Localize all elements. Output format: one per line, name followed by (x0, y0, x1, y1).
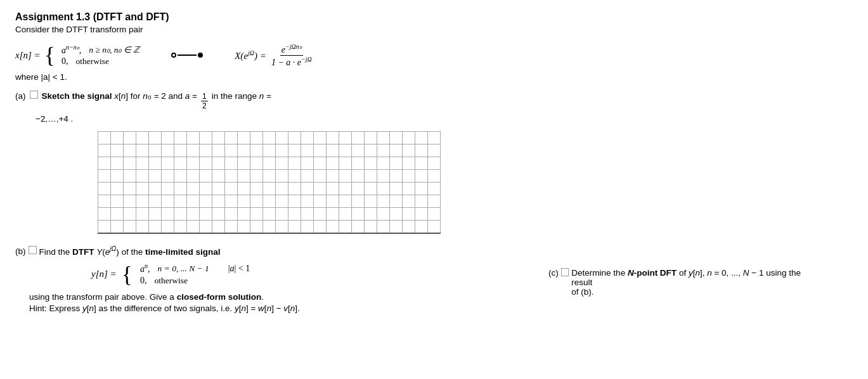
fraction-numerator: e−jΩn₀ (280, 43, 303, 56)
hint-line: Hint: Express y[n] as the difference of … (29, 304, 853, 313)
dtft-formula: X(ejΩ) = e−jΩn₀ 1 − a · e−jΩ (235, 43, 313, 67)
transform-arrow (171, 53, 203, 58)
dtft-fraction: e−jΩn₀ 1 − a · e−jΩ (270, 43, 313, 67)
case2-value: 0, (62, 56, 68, 67)
part-c-inner: (c) Determine the N-point DFT of y[n], n… (548, 268, 815, 297)
case2-condition: otherwise (76, 56, 109, 67)
X-label: X(ejΩ) = (235, 49, 266, 61)
part-c-checkbox (561, 268, 569, 276)
case-b-row-1: an, n = 0, ... N − 1 |a| < 1 (140, 262, 250, 274)
cases-block: an−n₀, n ≥ n₀, n₀ ∈ ℤ 0, otherwise (62, 44, 139, 67)
part-c-label: (c) (548, 268, 559, 278)
yn-label: y[n] = (91, 269, 117, 279)
piecewise-signal: x[n] = { an−n₀, n ≥ n₀, n₀ ∈ ℤ 0, otherw… (15, 44, 139, 67)
case-row-2: 0, otherwise (62, 56, 139, 67)
case-b2-condition: otherwise (155, 276, 188, 286)
part-a-checkbox (30, 91, 38, 99)
case-b2-value: 0, (140, 276, 147, 286)
cases-b-block: an, n = 0, ... N − 1 |a| < 1 0, otherwis… (140, 262, 250, 286)
fraction-denominator: 1 − a · e−jΩ (270, 56, 313, 68)
case1-condition: n ≥ n₀, n₀ ∈ ℤ (89, 44, 139, 55)
part-a-instruction: (a) Sketch the signal x[n] for n₀ = 2 an… (15, 91, 853, 110)
arrow-line (178, 55, 197, 56)
sketch-grid-container (98, 131, 853, 234)
signal-label: x[n] = (15, 50, 41, 61)
part-b-checkbox (29, 246, 37, 254)
part-a-sketch-label: Sketch the signal x[n] for n₀ = 2 and a … (42, 91, 197, 101)
filled-circle-icon (198, 53, 203, 58)
part-b-text: Find the DTFT Y(ejΩ) of the time-limited… (39, 245, 221, 257)
a-fraction: 1 2 (201, 92, 208, 110)
part-a-range-label: in the range n = (212, 91, 271, 101)
case-b-row-2: 0, otherwise (140, 276, 250, 286)
subtitle: Consider the DTFT transform pair (15, 25, 853, 34)
left-brace-b: { (122, 263, 133, 286)
case-b1-condition: n = 0, ... N − 1 (158, 264, 209, 274)
where-condition: where |a| < 1. (15, 72, 853, 82)
part-a-label: (a) (15, 91, 26, 101)
case1-value: an−n₀, (62, 44, 81, 56)
part-b-label: (b) (15, 247, 26, 256)
case-b1-value: an, (140, 262, 150, 274)
part-c-block: (c) Determine the N-point DFT of y[n], n… (548, 268, 815, 297)
part-c-text: Determine the N-point DFT of y[n], n = 0… (571, 268, 815, 297)
left-brace: { (44, 44, 55, 67)
case-row-1: an−n₀, n ≥ n₀, n₀ ∈ ℤ (62, 44, 139, 56)
page-title: Assignment 1.3 (DTFT and DFT) (15, 11, 853, 23)
range-values: −2,…,+4 . (36, 114, 853, 124)
sketch-grid (98, 131, 441, 234)
part-b-instruction: (b) Find the DTFT Y(ejΩ) of the time-lim… (15, 245, 853, 257)
abs-a-condition: |a| < 1 (228, 264, 250, 274)
open-circle-icon (171, 53, 176, 58)
